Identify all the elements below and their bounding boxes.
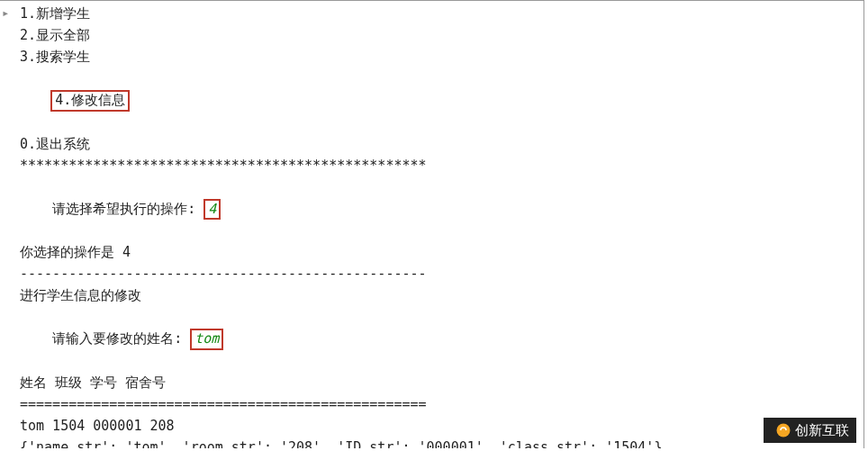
menu-item-4-wrap: 4.修改信息: [2, 68, 863, 133]
header-row: 姓名 班级 学号 宿舍号: [2, 372, 863, 393]
input-name-highlight: tom: [190, 329, 223, 350]
section-title: 进行学生信息的修改: [2, 284, 863, 306]
prompt-name-label: 请输入要修改的姓名:: [52, 330, 190, 347]
dict-line: {'name_str': 'tom', 'room_str': '208', '…: [2, 437, 863, 449]
input-name: tom: [194, 330, 219, 347]
watermark-badge: 创新互联: [754, 418, 856, 443]
input-choice-highlight: 4: [203, 199, 221, 221]
menu-item-4-highlight: 4.修改信息: [50, 90, 130, 112]
menu-item-0: 0.退出系统: [2, 133, 863, 155]
divider-equals: ========================================…: [2, 393, 863, 415]
terminal-output: ▸ 1.新增学生 2.显示全部 3.搜索学生 4.修改信息 0.退出系统 ***…: [0, 0, 864, 448]
menu-item-1: 1.新增学生: [2, 3, 863, 24]
divider-dashes: ----------------------------------------…: [2, 263, 863, 284]
svg-point-0: [777, 424, 791, 437]
divider-stars: ****************************************…: [2, 155, 863, 176]
menu-item-3: 3.搜索学生: [2, 46, 863, 68]
echo-choice: 你选择的操作是 4: [2, 241, 863, 263]
watermark-logo-icon: [775, 422, 791, 438]
record-line: tom 1504 000001 208: [2, 415, 863, 437]
prompt-name-line: 请输入要修改的姓名: tom: [2, 306, 863, 372]
watermark-text: 创新互联: [795, 419, 849, 441]
input-choice: 4: [208, 201, 216, 217]
menu-item-2: 2.显示全部: [2, 24, 863, 46]
gutter-indicator: ▸: [2, 3, 9, 23]
prompt-select-line: 请选择希望执行的操作: 4: [2, 176, 863, 242]
prompt-select-label: 请选择希望执行的操作:: [52, 201, 203, 217]
